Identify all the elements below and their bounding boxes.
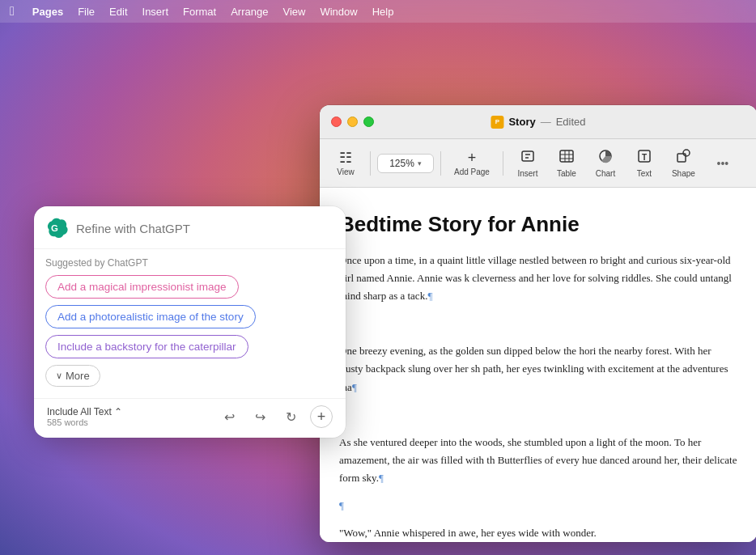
paragraph-break-3: ¶ — [339, 497, 737, 515]
paragraph-break-1: ¶ — [339, 315, 737, 333]
document-status: Edited — [556, 116, 586, 128]
refresh-button[interactable]: ↻ — [279, 405, 302, 428]
svg-point-12 — [683, 150, 690, 156]
toolbar-separator-1 — [370, 151, 371, 176]
menu-help[interactable]: Help — [372, 6, 394, 18]
footer-actions: ↩ ↪ ↻ + — [218, 405, 333, 428]
shape-button[interactable]: Shape — [665, 145, 702, 181]
toolbar: ☷ View 125% ▾ + Add Page ​ Insert Table — [320, 139, 756, 188]
paragraph-4: "Wow," Annie whispered in awe, her eyes … — [339, 524, 737, 542]
menu-insert[interactable]: Insert — [142, 6, 169, 18]
chart-label: Chart — [596, 169, 615, 178]
svg-text:T: T — [642, 153, 647, 162]
add-page-label: Add Page — [454, 167, 490, 176]
table-icon — [559, 148, 575, 167]
svg-rect-3 — [560, 150, 573, 162]
menu-bar:  Pages File Edit Insert Format Arrange … — [0, 0, 756, 23]
view-icon: ☷ — [339, 150, 352, 165]
text-button[interactable]: T Text — [626, 145, 662, 181]
window-titlebar: P Story — Edited — [320, 105, 756, 139]
window-title: P Story — Edited — [491, 116, 585, 129]
insert-label: Insert — [517, 169, 537, 178]
document-icon: P — [491, 116, 503, 129]
document-name: Story — [508, 116, 535, 128]
zoom-control[interactable]: 125% ▾ — [377, 154, 434, 173]
menu-format[interactable]: Format — [183, 6, 216, 18]
menu-edit[interactable]: Edit — [109, 6, 127, 18]
close-button[interactable] — [331, 117, 342, 127]
title-separator: — — [541, 116, 551, 128]
paragraph-2: One breezy evening, as the golden sun di… — [339, 342, 737, 396]
more-label: More — [66, 370, 90, 382]
table-button[interactable]: Table — [549, 145, 584, 181]
more-toolbar-icon: ••• — [717, 158, 729, 169]
svg-rect-0 — [522, 151, 533, 161]
view-label: View — [337, 167, 355, 176]
zoom-arrow-icon: ▾ — [418, 159, 422, 167]
chatgpt-panel: G Suggested by ChatGPT Add a magical imp… — [34, 206, 346, 438]
menu-arrange[interactable]: Arrange — [231, 6, 268, 18]
suggestion-chip-3[interactable]: Include a backstory for the caterpillar — [45, 335, 248, 358]
apple-logo-icon[interactable]:  — [10, 4, 15, 19]
text-icon: T — [636, 148, 652, 167]
text-label: Text — [637, 169, 652, 178]
add-page-button[interactable]: + Add Page — [448, 147, 496, 180]
chart-button[interactable]: Chart — [588, 145, 623, 181]
menu-view[interactable]: View — [282, 6, 305, 18]
paragraph-3: As she ventured deeper into the woods, s… — [339, 434, 737, 487]
chart-icon — [597, 148, 614, 167]
document-content[interactable]: Bedtime Story for Annie Once upon a time… — [320, 188, 756, 542]
add-button[interactable]: + — [310, 405, 333, 428]
toolbar-separator-2 — [440, 151, 441, 176]
panel-footer: Include All Text ⌃ 585 words ↩ ↪ ↻ + — [34, 398, 346, 438]
chatgpt-refine-input[interactable] — [76, 222, 333, 235]
pages-window: P Story — Edited ☷ View 125% ▾ + Add Pag… — [320, 105, 756, 542]
zoom-value: 125% — [389, 158, 414, 169]
maximize-button[interactable] — [363, 117, 374, 127]
svg-text:G: G — [51, 223, 58, 233]
paragraph-break-2: ¶ — [339, 406, 737, 424]
more-toolbar-button[interactable]: ••• — [705, 155, 741, 172]
toolbar-separator-3 — [503, 151, 503, 176]
minimize-button[interactable] — [347, 117, 358, 127]
suggestion-chip-1[interactable]: Add a magical impressionist image — [45, 275, 239, 299]
chevron-down-icon: ∨ — [56, 371, 62, 381]
suggestions-label: Suggested by ChatGPT — [45, 257, 334, 269]
redo-button[interactable]: ↪ — [248, 405, 271, 428]
insert-button[interactable]: ​ Insert — [510, 145, 546, 181]
document-title: Bedtime Story for Annie — [339, 212, 737, 237]
menu-file[interactable]: File — [78, 6, 95, 18]
shape-icon — [675, 148, 691, 167]
undo-button[interactable]: ↩ — [218, 405, 240, 428]
table-label: Table — [557, 169, 576, 178]
view-button[interactable]: ☷ View — [328, 147, 363, 180]
word-count: 585 words — [47, 417, 122, 427]
menu-pages[interactable]: Pages — [32, 6, 63, 18]
insert-icon: ​ — [520, 148, 536, 167]
chatgpt-logo-icon: G — [47, 218, 68, 239]
shape-label: Shape — [672, 169, 695, 178]
add-page-icon: + — [468, 150, 477, 165]
footer-info: Include All Text ⌃ 585 words — [47, 406, 122, 427]
suggestion-chip-2[interactable]: Add a photorealistic image of the story — [45, 305, 256, 328]
menu-window[interactable]: Window — [320, 6, 357, 18]
suggestions-section: Suggested by ChatGPT Add a magical impre… — [34, 249, 346, 398]
traffic-lights — [331, 117, 374, 127]
paragraph-1: Once upon a time, in a quaint little vil… — [339, 252, 737, 305]
chatgpt-input-area: G — [34, 206, 346, 249]
include-all-text-label[interactable]: Include All Text ⌃ — [47, 406, 122, 417]
more-suggestions-button[interactable]: ∨ More — [45, 365, 100, 387]
